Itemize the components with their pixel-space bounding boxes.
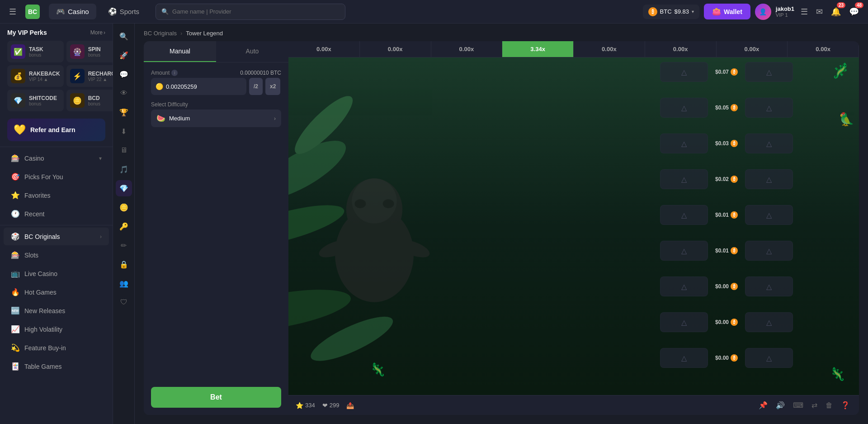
sidebar-item-high-volatility[interactable]: 📈 High Volatility: [4, 320, 109, 338]
tower-cell-0-0[interactable]: △: [660, 62, 708, 82]
double-button[interactable]: x2: [265, 78, 280, 95]
sidebar-icon-download[interactable]: ⬇: [116, 123, 132, 139]
tab-auto[interactable]: Auto: [216, 41, 288, 62]
tower-cell-6-1[interactable]: △: [745, 276, 793, 296]
tower-cell-2-1[interactable]: △: [745, 133, 793, 153]
sidebar-item-picks[interactable]: 🎯 Picks For You: [4, 168, 109, 186]
jungle-decoration: [288, 57, 460, 395]
notification-chat[interactable]: 💬 48: [847, 5, 861, 19]
vip-card-spin[interactable]: 🎡 SPIN bonus: [66, 41, 113, 62]
difficulty-icon: 🍉: [156, 114, 165, 123]
sidebar-icon-coin[interactable]: 🪙: [116, 199, 132, 215]
sidebar-item-live-casino[interactable]: 📺 Live Casino: [4, 265, 109, 282]
tower-cell-1-0[interactable]: △: [660, 98, 708, 118]
menu-icon-button[interactable]: ☰: [799, 5, 810, 19]
tower-cell-5-1[interactable]: △: [745, 241, 793, 261]
sidebar-icon-users[interactable]: 👥: [116, 275, 132, 291]
coin-icon: ₿: [731, 319, 738, 326]
sidebar-item-table-games[interactable]: 🃏 Table Games: [4, 357, 109, 375]
tab-casino[interactable]: 🎮 Casino: [49, 4, 96, 19]
share-stat[interactable]: 📤: [346, 402, 354, 409]
trash-button[interactable]: 🗑: [824, 400, 835, 411]
sidebar-item-bc-originals[interactable]: 🎲 BC Originals ›: [4, 228, 109, 245]
sidebar-item-casino[interactable]: 🎰 Casino ▾: [4, 149, 109, 167]
casino-icon: 🎮: [56, 7, 65, 16]
sidebar-icon-trophy[interactable]: 🏆: [116, 104, 132, 120]
tower-cell-0-1[interactable]: △: [745, 62, 793, 82]
refer-card[interactable]: 💛 Refer and Earn: [7, 119, 105, 141]
sidebar-item-feature-buyin[interactable]: 💫 Feature Buy-in: [4, 339, 109, 357]
pin-button[interactable]: 📌: [757, 399, 769, 411]
vip-card-bcd[interactable]: 🪙 BCD bonus: [66, 90, 113, 111]
icon-sidebar: 🔍 🚀 💬 👁 🏆 ⬇ 🖥 🎵 💎 🪙 🔑 ✏ 🔒 👥 🛡: [113, 24, 135, 424]
amount-info-icon[interactable]: i: [171, 70, 178, 76]
coin-icon: ₿: [731, 283, 738, 290]
tower-cell-7-0[interactable]: △: [660, 312, 708, 332]
sidebar-item-new-releases[interactable]: 🆕 New Releases: [4, 302, 109, 319]
tower-cell-2-0[interactable]: △: [660, 133, 708, 153]
search-input[interactable]: [172, 8, 340, 15]
sidebar-item-recent[interactable]: 🕐 Recent: [4, 205, 109, 223]
btc-balance[interactable]: ₿ BTC $9.83 ▾: [643, 5, 700, 19]
hamburger-button[interactable]: ☰: [7, 5, 18, 19]
tab-sports[interactable]: ⚽ Sports: [101, 4, 146, 19]
tower-cell-6-0[interactable]: △: [660, 276, 708, 296]
sidebar-icon-monitor[interactable]: 🖥: [116, 142, 132, 158]
tower-cell-5-0[interactable]: △: [660, 241, 708, 261]
sidebar-item-favorites[interactable]: ⭐ Favorites: [4, 186, 109, 204]
sidebar-icon-shield[interactable]: 🛡: [116, 294, 132, 310]
sidebar-icon-chat[interactable]: 💬: [116, 66, 132, 82]
mult-2: 0.00x: [431, 41, 503, 57]
sidebar-icon-lock[interactable]: 🔒: [116, 256, 132, 272]
vip-card-shitcode[interactable]: 💎 SHITCODE bonus: [7, 90, 64, 111]
avatar[interactable]: 👤: [755, 4, 771, 20]
sidebar-icon-music[interactable]: 🎵: [116, 161, 132, 177]
feature-buyin-icon: 💫: [11, 343, 20, 352]
coin-icon: ₿: [731, 354, 738, 362]
tower-cell-7-1[interactable]: △: [745, 312, 793, 332]
tower-cell-3-1[interactable]: △: [745, 169, 793, 189]
tower-cell-3-0[interactable]: △: [660, 169, 708, 189]
arrow-right-icon: ›: [100, 233, 102, 240]
sidebar-icon-eye[interactable]: 👁: [116, 85, 132, 101]
vip-card-recharge[interactable]: ⚡ RECHARGE VIP 22 ▲: [66, 65, 113, 87]
wallet-button[interactable]: 👛 Wallet: [704, 4, 750, 19]
vip-card-rakeback[interactable]: 💰 RAKEBACK VIP 14 ▲: [7, 65, 64, 87]
tower-cell-8-0[interactable]: △: [660, 348, 708, 368]
half-button[interactable]: /2: [249, 78, 263, 95]
top-navigation: ☰ BC 🎮 Casino ⚽ Sports 🔍 ₿ BTC $9.83 ▾ 👛…: [0, 0, 868, 24]
difficulty-select[interactable]: 🍉 Medium ›: [151, 110, 281, 127]
refresh-button[interactable]: ⇄: [810, 399, 819, 411]
sidebar-item-hot-games[interactable]: 🔥 Hot Games: [4, 283, 109, 301]
tower-cell-8-1[interactable]: △: [745, 348, 793, 368]
lizard-decoration: 🦎: [832, 62, 850, 79]
keyboard-button[interactable]: ⌨: [791, 399, 805, 411]
mail-icon-button[interactable]: ✉: [814, 5, 825, 19]
sidebar-icon-pencil[interactable]: ✏: [116, 237, 132, 253]
search-bar[interactable]: 🔍: [156, 4, 345, 20]
tower-cell-1-1[interactable]: △: [745, 98, 793, 118]
bet-button[interactable]: Bet: [151, 387, 281, 408]
tower-cell-4-1[interactable]: △: [745, 205, 793, 225]
sidebar-item-slots[interactable]: 🎰 Slots: [4, 246, 109, 264]
topnav-right: ₿ BTC $9.83 ▾ 👛 Wallet 👤 jakob1 VIP 1 ☰ …: [643, 4, 861, 20]
vip-card-task[interactable]: ✅ TASK bonus: [7, 41, 64, 62]
game-panel: Manual Auto Amount i 0.00000010 BTC: [144, 41, 859, 415]
amount-input[interactable]: [166, 83, 242, 90]
user-info[interactable]: jakob1 VIP 1: [776, 5, 794, 18]
tab-manual[interactable]: Manual: [144, 41, 216, 62]
vip-more-button[interactable]: More ›: [90, 29, 105, 36]
vip-cards: ✅ TASK bonus 🎡 SPIN bonus 💰: [7, 41, 105, 111]
sidebar-icon-key[interactable]: 🔑: [116, 218, 132, 234]
notification-bell[interactable]: 🔔 23: [829, 5, 843, 19]
hearts-stat: ❤ 299: [322, 402, 340, 409]
sound-button[interactable]: 🔊: [774, 399, 787, 411]
tower-cell-4-0[interactable]: △: [660, 205, 708, 225]
sidebar-icon-gem[interactable]: 💎: [116, 180, 132, 196]
refer-icon: 💛: [14, 124, 26, 136]
game-area: Manual Auto Amount i 0.00000010 BTC: [135, 41, 868, 424]
breadcrumb-home[interactable]: BC Originals: [144, 30, 177, 37]
sidebar-icon-rocket[interactable]: 🚀: [116, 47, 132, 63]
sidebar-icon-search[interactable]: 🔍: [116, 28, 132, 44]
help-button[interactable]: ❓: [839, 399, 852, 411]
